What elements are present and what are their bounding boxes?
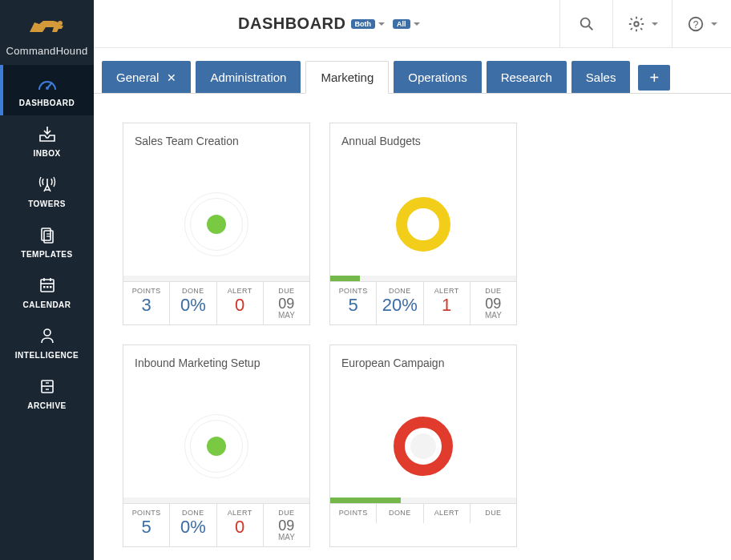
stat-alert: ALERT xyxy=(424,504,471,523)
svg-rect-14 xyxy=(50,286,52,288)
brand-name: CommandHound xyxy=(0,45,94,57)
svg-point-15 xyxy=(44,329,50,336)
sidebar-item-label: CALENDAR xyxy=(0,300,94,309)
tab-label: General xyxy=(116,71,159,84)
stat-done: DONE xyxy=(377,504,423,523)
sidebar-item-label: ARCHIVE xyxy=(0,401,94,410)
search-icon xyxy=(578,15,596,33)
svg-rect-12 xyxy=(43,286,46,288)
card-grid: Sales Team Creation POINTS 3 DONE xyxy=(123,123,712,547)
content: Sales Team Creation POINTS 3 DONE xyxy=(94,94,731,560)
sidebar-item-templates[interactable]: TEMPLATES xyxy=(0,216,94,267)
stats-row: POINTS 5 DONE 20% ALERT 1 DUE 09 MAY xyxy=(330,281,516,324)
card-inbound-marketing-setup[interactable]: Inbound Marketing Setup POINTS 5 DONE xyxy=(123,344,310,547)
svg-text:?: ? xyxy=(693,18,698,30)
sidebar-item-label: INTELLIGENCE xyxy=(0,351,94,360)
gear-icon xyxy=(628,15,645,33)
stat-alert: ALERT 0 xyxy=(217,504,264,546)
tab-sales[interactable]: Sales xyxy=(571,61,631,94)
progress-bar xyxy=(330,276,516,281)
stat-due: DUE xyxy=(471,504,516,523)
tab-general[interactable]: General ✕ xyxy=(102,61,191,94)
tab-label: Research xyxy=(501,71,552,84)
brand-logo-icon xyxy=(23,11,71,38)
stat-due: DUE 09 MAY xyxy=(471,282,516,324)
page-title-wrap: DASHBOARD Both All xyxy=(94,14,559,33)
help-button[interactable]: ? xyxy=(672,0,731,47)
stat-points: POINTS xyxy=(330,504,377,523)
topbar-actions: ? xyxy=(559,0,731,47)
intelligence-icon xyxy=(37,327,58,344)
stat-done: DONE 20% xyxy=(377,282,423,324)
svg-point-22 xyxy=(634,22,639,26)
tab-marketing[interactable]: Marketing xyxy=(305,61,389,94)
sidebar-item-archive[interactable]: ARCHIVE xyxy=(0,368,94,418)
inbox-icon xyxy=(37,125,58,143)
search-button[interactable] xyxy=(559,0,612,47)
svg-point-20 xyxy=(580,18,589,26)
card-annual-budgets[interactable]: Annual Budgets POINTS 5 DONE xyxy=(329,123,517,325)
sidebar-item-intelligence[interactable]: INTELLIGENCE xyxy=(0,317,94,368)
card-sales-team-creation[interactable]: Sales Team Creation POINTS 3 DONE xyxy=(123,123,310,325)
stat-due: DUE 09 MAY xyxy=(264,504,309,546)
card-european-campaign[interactable]: European Campaign POINTS D xyxy=(329,344,517,547)
stats-row: POINTS 3 DONE 0% ALERT 0 DUE 09 MAY xyxy=(123,281,309,324)
sidebar-item-label: TEMPLATES xyxy=(0,250,94,259)
card-title: Sales Team Creation xyxy=(123,123,309,176)
tab-label: Operations xyxy=(408,71,466,84)
chevron-down-icon[interactable] xyxy=(378,22,385,26)
progress-bar xyxy=(123,276,309,281)
card-title: Inbound Marketing Setup xyxy=(123,345,309,398)
gauge-icon xyxy=(391,192,455,256)
sidebar-item-calendar[interactable]: CALENDAR xyxy=(0,267,94,317)
progress-bar xyxy=(123,498,309,503)
gauge-icon xyxy=(184,192,248,256)
svg-line-21 xyxy=(588,26,592,30)
gauge-icon xyxy=(391,414,455,478)
tab-label: Marketing xyxy=(321,71,374,84)
card-title: Annual Budgets xyxy=(330,123,516,176)
stat-points: POINTS 5 xyxy=(330,282,377,324)
tab-label: Sales xyxy=(586,71,616,84)
stat-alert: ALERT 1 xyxy=(424,282,471,324)
tower-icon xyxy=(37,175,58,193)
add-tab-button[interactable]: + xyxy=(638,65,670,91)
stat-done: DONE 0% xyxy=(170,282,216,324)
stat-alert: ALERT 0 xyxy=(217,282,264,324)
settings-button[interactable] xyxy=(612,0,672,47)
filter-both-chip[interactable]: Both xyxy=(351,19,376,29)
gauge-area xyxy=(123,176,309,272)
stat-points: POINTS 5 xyxy=(123,504,170,546)
close-icon[interactable]: ✕ xyxy=(167,71,176,84)
stats-row: POINTS DONE ALERT DUE xyxy=(330,503,516,523)
chevron-down-icon xyxy=(652,22,658,26)
tab-label: Administration xyxy=(210,71,286,84)
tab-administration[interactable]: Administration xyxy=(196,61,301,94)
topbar: DASHBOARD Both All ? xyxy=(94,0,731,48)
sidebar-item-dashboard[interactable]: DASHBOARD xyxy=(0,65,94,115)
svg-point-2 xyxy=(46,87,49,90)
stat-done: DONE 0% xyxy=(170,504,216,546)
sidebar-item-label: DASHBOARD xyxy=(0,99,94,107)
gauge-area xyxy=(330,176,516,272)
page-title: DASHBOARD xyxy=(238,14,346,33)
filter-all-chip[interactable]: All xyxy=(393,19,410,29)
sidebar-item-inbox[interactable]: INBOX xyxy=(0,115,94,166)
main: DASHBOARD Both All ? Gen xyxy=(94,0,731,560)
tabs: General ✕ Administration Marketing Opera… xyxy=(94,48,731,94)
sidebar-item-label: TOWERS xyxy=(0,199,94,208)
tab-research[interactable]: Research xyxy=(487,61,567,94)
svg-rect-8 xyxy=(41,280,54,292)
sidebar-item-label: INBOX xyxy=(0,149,94,158)
stat-due: DUE 09 MAY xyxy=(264,282,309,324)
templates-icon xyxy=(37,226,58,244)
calendar-icon xyxy=(37,276,58,294)
gauge-icon xyxy=(37,75,58,92)
sidebar-item-towers[interactable]: TOWERS xyxy=(0,166,94,216)
chevron-down-icon[interactable] xyxy=(414,22,420,26)
tab-operations[interactable]: Operations xyxy=(394,61,481,94)
card-title: European Campaign xyxy=(330,345,516,398)
archive-icon xyxy=(37,377,58,395)
sidebar: CommandHound DASHBOARD INBOX TOWERS xyxy=(0,0,94,560)
svg-rect-13 xyxy=(46,286,49,288)
